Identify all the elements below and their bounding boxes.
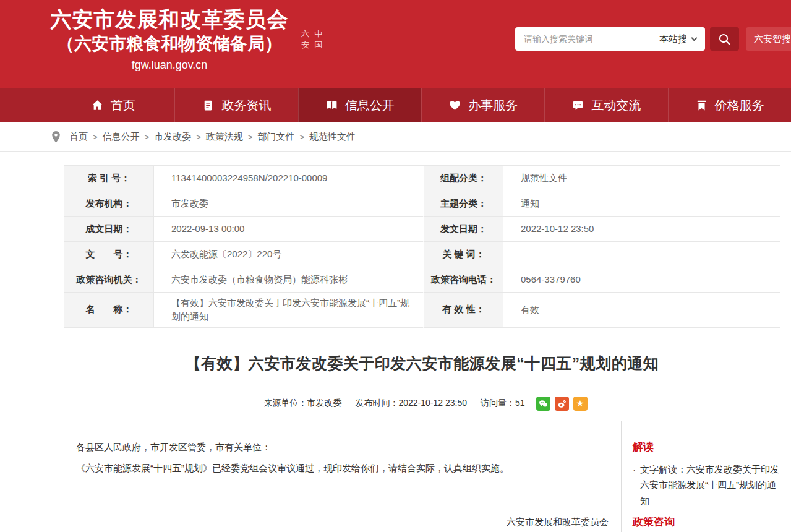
meta-label: 组配分类： [423, 166, 503, 191]
meta-value-validity: 有效 [503, 293, 780, 328]
article-title: 【有效】六安市发改委关于印发六安市能源发展“十四五”规划的通知 [64, 353, 780, 374]
search-box: 本站搜 [515, 27, 705, 51]
chat-icon [571, 99, 584, 112]
meta-value-consult-phone: 0564-3379760 [503, 267, 780, 293]
meta-value-doc-number: 六发改能源〔2022〕220号 [154, 242, 423, 267]
document-icon [202, 99, 215, 112]
nav-item-home[interactable]: 首页 [51, 88, 174, 122]
search-input[interactable] [515, 34, 659, 44]
weibo-icon [557, 398, 567, 409]
site-title: 六安市发展和改革委员会 [48, 6, 291, 33]
policy-consult-section: 政策咨询 如果您对该政策文件有疑问，可以 [633, 515, 780, 532]
smart-search-button[interactable]: 六安智搜 [746, 27, 791, 51]
bullet-icon: · [633, 461, 636, 478]
interpretation-link[interactable]: · 文字解读：六安市发改委关于印发六安市能源发展“十四五”规划的通知 [633, 461, 780, 509]
breadcrumb-policies[interactable]: 政策法规 [206, 131, 243, 143]
open-book-icon [325, 99, 338, 112]
article-paragraph: 《六安市能源发展“十四五”规划》已经委党组会议审议通过，现印发给你们，请结合实际… [76, 461, 609, 476]
breadcrumb-home[interactable]: 首页 [69, 131, 88, 143]
nav-item-info-disclosure[interactable]: 信息公开 [298, 88, 421, 122]
meta-value-index-number: 11341400003224958N/202210-00009 [154, 166, 423, 191]
wechat-icon [538, 398, 549, 409]
search-icon [718, 33, 731, 46]
article-signature: 六安市发展和改革委员会 [76, 517, 609, 528]
breadcrumb-dept-docs[interactable]: 部门文件 [257, 131, 294, 143]
meta-value-consult-org: 六安市发改委（市粮食物资局）能源科张彬 [154, 267, 423, 293]
document-meta-table: 索 引 号： 11341400003224958N/202210-00009 组… [64, 165, 780, 328]
search-scope-label: 本站搜 [659, 33, 687, 45]
heart-icon [448, 99, 461, 112]
interpretation-section: 解读 · 文字解读：六安市发改委关于印发六安市能源发展“十四五”规划的通知 [633, 440, 780, 509]
search-button[interactable] [710, 27, 739, 51]
breadcrumb: 首页 > 信息公开 > 市发改委 > 政策法规 > 部门文件 > 规范性文件 [0, 122, 791, 152]
article-paragraph: 各县区人民政府，市开发区管委，市有关单位： [76, 440, 609, 455]
breadcrumb-normative-docs[interactable]: 规范性文件 [309, 131, 356, 143]
nav-item-price-services[interactable]: 价格服务 [668, 88, 791, 122]
home-icon [91, 99, 104, 112]
meta-value-category: 规范性文件 [503, 166, 780, 191]
meta-value-publisher: 市发改委 [154, 191, 423, 217]
meta-label: 政策咨询电话： [423, 267, 503, 293]
policy-consult-title: 政策咨询 [633, 515, 780, 529]
interpretation-title: 解读 [633, 440, 780, 454]
meta-label: 发布机构： [64, 191, 154, 217]
breadcrumb-fgw[interactable]: 市发改委 [154, 131, 191, 143]
favorite-star-button[interactable]: ★ [573, 397, 588, 411]
meta-label: 发文日期： [423, 217, 503, 242]
breadcrumb-info-disclosure[interactable]: 信息公开 [103, 131, 140, 143]
article-publish-time: 发布时间：2022-10-12 23:50 [355, 398, 467, 409]
location-pin-icon [51, 131, 61, 144]
article-body: 各县区人民政府，市开发区管委，市有关单位： 《六安市能源发展“十四五”规划》已经… [64, 421, 621, 532]
bookmark-icon [695, 99, 708, 112]
search-scope-dropdown[interactable]: 本站搜 [659, 33, 705, 45]
meta-value-doc-name: 【有效】六安市发改委关于印发六安市能源发展“十四五”规划的通知 [154, 293, 423, 328]
share-wechat-button[interactable] [536, 397, 550, 411]
article-view-count: 访问量：51 [481, 398, 525, 409]
site-url: fgw.luan.gov.cn [48, 59, 291, 72]
nav-item-interaction[interactable]: 互动交流 [544, 88, 667, 122]
meta-label: 索 引 号： [64, 166, 154, 191]
related-sidebar: 解读 · 文字解读：六安市发改委关于印发六安市能源发展“十四五”规划的通知 政策… [621, 421, 780, 532]
chevron-down-icon [691, 35, 698, 41]
luan-seal-logo: 六 中 安 国 [301, 28, 323, 51]
site-brand: 六安市发展和改革委员会 （六安市粮食和物资储备局） fgw.luan.gov.c… [48, 6, 291, 72]
content-row: 各县区人民政府，市开发区管委，市有关单位： 《六安市能源发展“十四五”规划》已经… [64, 421, 780, 532]
nav-item-services[interactable]: 办事服务 [421, 88, 544, 122]
meta-label: 主题分类： [423, 191, 503, 217]
meta-label: 名 称： [64, 293, 154, 328]
site-header: 六安市发展和改革委员会 （六安市粮食和物资储备局） fgw.luan.gov.c… [0, 0, 791, 88]
meta-value-written-date: 2022-09-13 00:00 [154, 217, 423, 242]
main-nav: 首页 政务资讯 信息公开 办事服务 互动交流 价格服务 [0, 88, 791, 122]
meta-label: 成文日期： [64, 217, 154, 242]
favorite-star-icon: ★ [576, 398, 584, 408]
article-meta-line: 来源单位：市发改委 发布时间：2022-10-12 23:50 访问量：51 ★ [64, 397, 780, 411]
meta-label: 文 号： [64, 242, 154, 267]
site-subtitle: （六安市粮食和物资储备局） [48, 33, 291, 55]
nav-item-gov-news[interactable]: 政务资讯 [174, 88, 297, 122]
meta-value-publish-date: 2022-10-12 23:50 [503, 217, 780, 242]
meta-label: 关 键 词： [423, 242, 503, 267]
meta-label: 有 效 性： [423, 293, 503, 328]
page-content: 索 引 号： 11341400003224958N/202210-00009 组… [0, 165, 791, 532]
share-weibo-button[interactable] [555, 397, 569, 411]
meta-label: 政策咨询机关： [64, 267, 154, 293]
meta-value-keywords [503, 242, 780, 267]
meta-value-topic: 通知 [503, 191, 780, 217]
article-source: 来源单位：市发改委 [263, 398, 341, 409]
